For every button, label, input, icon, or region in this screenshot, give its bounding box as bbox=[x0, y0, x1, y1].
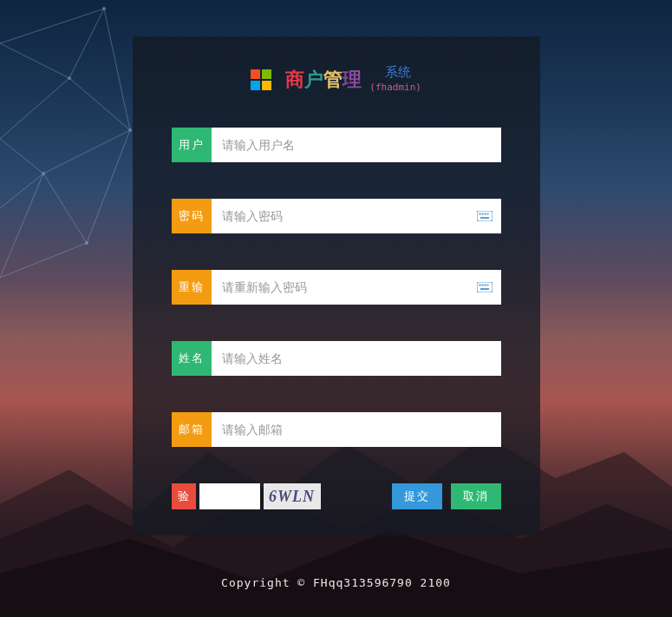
svg-rect-21 bbox=[262, 81, 271, 90]
svg-rect-29 bbox=[479, 284, 480, 286]
svg-line-3 bbox=[69, 78, 130, 130]
realname-input[interactable] bbox=[212, 341, 501, 376]
svg-point-14 bbox=[68, 76, 71, 80]
username-input[interactable] bbox=[212, 128, 501, 162]
captcha-input[interactable] bbox=[199, 483, 260, 509]
keyboard-icon[interactable] bbox=[477, 208, 501, 225]
svg-line-6 bbox=[0, 78, 69, 139]
svg-point-15 bbox=[128, 128, 132, 132]
svg-rect-25 bbox=[484, 213, 486, 214]
password-input[interactable] bbox=[212, 209, 477, 223]
password-label: 密码 bbox=[172, 199, 212, 233]
logo-system-text: 系统 bbox=[385, 64, 411, 81]
svg-rect-24 bbox=[481, 213, 483, 214]
svg-rect-18 bbox=[251, 69, 260, 79]
email-input[interactable] bbox=[212, 412, 501, 447]
login-panel: 商户管理 系统 (fhadmin) 用户 密码 重输 姓名 bbox=[133, 36, 540, 535]
svg-point-13 bbox=[102, 7, 106, 10]
svg-rect-19 bbox=[262, 69, 271, 79]
svg-line-7 bbox=[43, 174, 87, 243]
bottom-row: 验 6WLN 提交 取消 bbox=[172, 483, 501, 509]
svg-line-10 bbox=[104, 9, 130, 130]
realname-label: 姓名 bbox=[172, 341, 212, 376]
email-row: 邮箱 bbox=[172, 412, 501, 447]
svg-rect-33 bbox=[480, 288, 489, 290]
svg-line-12 bbox=[0, 174, 43, 208]
logo-subtitle: (fhadmin) bbox=[369, 82, 421, 93]
captcha-label: 验 bbox=[172, 483, 196, 509]
submit-button[interactable]: 提交 bbox=[392, 483, 442, 509]
captcha-image[interactable]: 6WLN bbox=[264, 483, 321, 509]
svg-line-2 bbox=[0, 43, 69, 78]
svg-rect-31 bbox=[484, 284, 486, 286]
cancel-button[interactable]: 取消 bbox=[451, 483, 501, 509]
svg-line-5 bbox=[0, 139, 43, 174]
realname-row: 姓名 bbox=[172, 341, 501, 376]
password-row: 密码 bbox=[172, 199, 501, 233]
svg-rect-27 bbox=[480, 217, 489, 219]
keyboard-icon[interactable] bbox=[477, 279, 501, 296]
svg-rect-22 bbox=[477, 211, 493, 221]
logo-area: 商户管理 系统 (fhadmin) bbox=[172, 67, 501, 93]
email-label: 邮箱 bbox=[172, 412, 212, 447]
footer-copyright: Copyright © FHqq313596790 2100 bbox=[0, 576, 672, 589]
svg-line-0 bbox=[0, 9, 104, 43]
svg-line-1 bbox=[69, 9, 104, 78]
svg-rect-32 bbox=[486, 284, 488, 286]
repassword-label: 重输 bbox=[172, 270, 212, 305]
username-label: 用户 bbox=[172, 128, 212, 162]
repassword-input[interactable] bbox=[212, 280, 477, 294]
logo-icon bbox=[251, 69, 271, 90]
repassword-row: 重输 bbox=[172, 270, 501, 305]
svg-rect-26 bbox=[486, 213, 488, 214]
svg-rect-23 bbox=[479, 213, 480, 214]
svg-line-11 bbox=[87, 130, 130, 243]
svg-rect-20 bbox=[251, 81, 260, 90]
svg-point-17 bbox=[85, 241, 88, 245]
svg-rect-30 bbox=[481, 284, 483, 286]
username-row: 用户 bbox=[172, 128, 501, 162]
svg-line-8 bbox=[0, 243, 87, 278]
svg-rect-28 bbox=[477, 282, 493, 292]
logo-title: 商户管理 bbox=[285, 67, 362, 93]
svg-line-9 bbox=[0, 174, 43, 278]
svg-line-4 bbox=[43, 130, 130, 174]
svg-point-16 bbox=[42, 172, 45, 175]
